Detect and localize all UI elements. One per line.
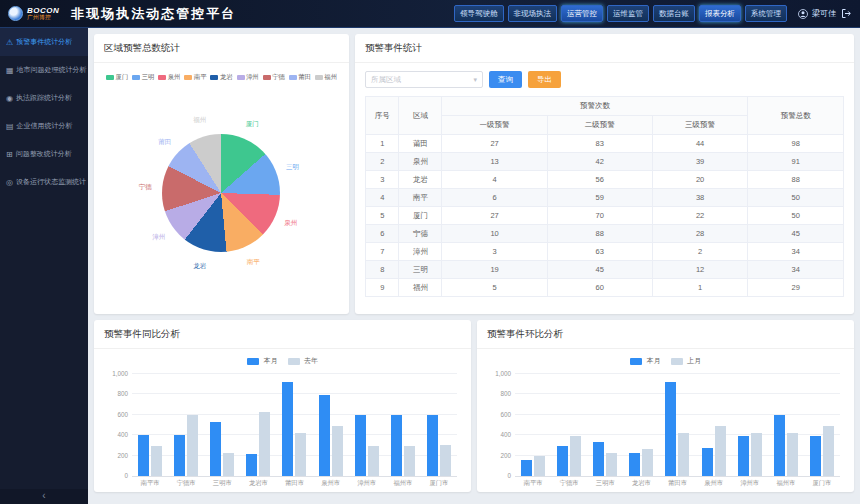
pie-slice-label: 泉州 (284, 219, 297, 228)
export-button[interactable]: 导出 (528, 71, 561, 88)
y-tick-label: 600 (100, 411, 128, 418)
bar-group (810, 374, 834, 476)
pie-slice-label: 三明 (286, 163, 299, 172)
bar-group (355, 374, 379, 476)
legend-item: 南平 (184, 73, 206, 82)
bar-groups (132, 374, 457, 476)
table-cell: 39 (652, 153, 748, 171)
event-stats-card: 预警事件统计 所属区域 ▾ 查询 导出 序号 (355, 34, 854, 314)
nav-item[interactable]: 数据台账 (653, 5, 695, 22)
table-cell: 50 (748, 207, 844, 225)
table-row: 3龙岩4562088 (366, 171, 844, 189)
table-cell: 45 (748, 225, 844, 243)
x-tick-label: 宁德市 (560, 479, 579, 490)
legend-item: 宁德 (263, 73, 285, 82)
user-box[interactable]: 梁可佳 (798, 8, 836, 19)
legend-chip (158, 75, 166, 80)
table-cell: 10 (442, 225, 547, 243)
logo-text: BOCON 广州博控 (27, 7, 59, 21)
legend-label: 本月 (264, 356, 278, 366)
table-cell: 漳州 (399, 243, 442, 261)
table-cell: 44 (652, 135, 748, 153)
sidebar-item[interactable]: ⊞问题整改统计分析 (0, 140, 88, 168)
region-total-card: 区域预警总数统计 厦门三明泉州南平龙岩漳州宁德莆田福州 厦门三明泉州南平龙岩漳州… (94, 34, 349, 314)
pie-slice-label: 南平 (247, 257, 260, 266)
table-cell: 28 (652, 225, 748, 243)
bar-本月 (355, 415, 366, 476)
nav-item[interactable]: 领导驾驶舱 (454, 5, 504, 22)
logo-sub-text: 广州博控 (27, 15, 59, 21)
table-cell: 1 (652, 279, 748, 297)
table-cell: 5 (366, 207, 399, 225)
legend-chip (184, 75, 192, 80)
sidebar-collapse-button[interactable]: ‹ (0, 489, 88, 504)
nav-item[interactable]: 报表分析 (699, 5, 741, 22)
warning-table-body: 1莆田278344982泉州134239913龙岩45620884南平65938… (366, 135, 844, 297)
legend-item: 本月 (247, 356, 278, 366)
bar-去年 (332, 426, 343, 476)
search-button[interactable]: 查询 (489, 71, 522, 88)
table-cell: 12 (652, 261, 748, 279)
mom-x-labels: 南平市宁德市三明市龙岩市莆田市泉州市漳州市福州市厦门市 (515, 479, 840, 490)
legend-item: 福州 (315, 73, 337, 82)
bar-本月 (810, 436, 821, 476)
table-cell: 4 (366, 189, 399, 207)
bar-本月 (521, 460, 532, 476)
legend-chip (132, 75, 140, 80)
table-cell: 91 (748, 153, 844, 171)
legend-label: 去年 (304, 356, 318, 366)
x-tick-label: 厦门市 (812, 479, 831, 490)
table-cell: 19 (442, 261, 547, 279)
sidebar: ⚠预警事件统计分析▦地市问题处理统计分析◉执法跟踪统计分析▤企业信用统计分析⊞问… (0, 28, 88, 504)
sidebar-item[interactable]: ◎设备运行状态监测统计 (0, 168, 88, 196)
bar-本月 (319, 395, 330, 476)
bar-上月 (823, 426, 834, 476)
table-cell: 6 (442, 189, 547, 207)
x-tick-label: 福州市 (776, 479, 795, 490)
region-select[interactable]: 所属区域 ▾ (365, 71, 483, 88)
nav-item[interactable]: 系统管理 (745, 5, 787, 22)
x-tick-label: 龙岩市 (249, 479, 268, 490)
enforcement-icon: ◉ (6, 94, 13, 103)
rectify-icon: ⊞ (6, 150, 13, 159)
nav-item[interactable]: 非现场执法 (508, 5, 558, 22)
nav-item[interactable]: 运营管控 (561, 5, 603, 22)
table-cell: 8 (366, 261, 399, 279)
x-tick-label: 莆田市 (668, 479, 687, 490)
y-tick-label: 0 (483, 472, 511, 479)
sidebar-item[interactable]: ▤企业信用统计分析 (0, 112, 88, 140)
table-row: 1莆田27834498 (366, 135, 844, 153)
y-tick-label: 1,000 (483, 370, 511, 377)
legend-chip (289, 75, 297, 80)
yoy-legend: 本月去年 (94, 349, 471, 366)
legend-label: 厦门 (116, 73, 129, 80)
col-header-index: 序号 (366, 97, 399, 135)
table-cell: 龙岩 (399, 171, 442, 189)
bar-去年 (151, 446, 162, 476)
table-cell: 34 (748, 243, 844, 261)
nav-item[interactable]: 运维监管 (607, 5, 649, 22)
legend-chip (106, 75, 114, 80)
pie-slice-label: 莆田 (158, 137, 171, 146)
company-logo: BOCON 广州博控 (8, 6, 59, 21)
bar-上月 (570, 436, 581, 476)
mom-chart-card: 预警事件环比分析 本月上月 02004006008001,000 南平市宁德市三… (477, 320, 854, 492)
table-cell: 56 (547, 171, 652, 189)
bar-group (319, 374, 343, 476)
bar-去年 (404, 446, 415, 476)
bar-本月 (427, 415, 438, 476)
bar-group (174, 374, 198, 476)
app-root: BOCON 广州博控 非现场执法动态管控平台 领导驾驶舱非现场执法运营管控运维监… (0, 0, 860, 504)
sidebar-item-label: 地市问题处理统计分析 (17, 65, 87, 75)
col-header-region: 区域 (399, 97, 442, 135)
yoy-chart-area: 02004006008001,000 南平市宁德市三明市龙岩市莆田市泉州市漳州市… (132, 368, 457, 490)
col-header-level1: 一级预警 (442, 116, 547, 135)
logout-icon[interactable] (841, 8, 852, 19)
x-tick-label: 泉州市 (321, 479, 340, 490)
sidebar-item[interactable]: ⚠预警事件统计分析 (0, 28, 88, 56)
sidebar-item[interactable]: ▦地市问题处理统计分析 (0, 56, 88, 84)
sidebar-item[interactable]: ◉执法跟踪统计分析 (0, 84, 88, 112)
legend-chip (247, 358, 259, 365)
legend-item: 三明 (132, 73, 154, 82)
bar-group (391, 374, 415, 476)
